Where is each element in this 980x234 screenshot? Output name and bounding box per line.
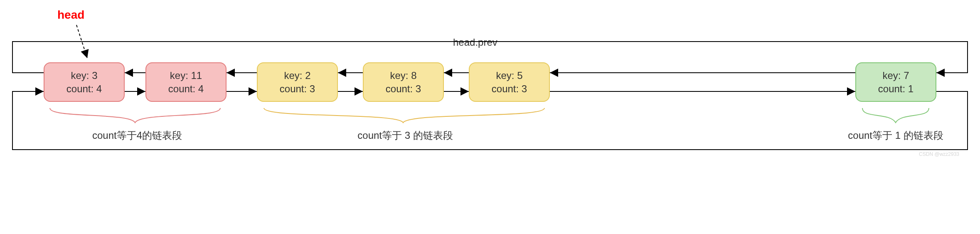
list-node: key: 8 count: 3	[363, 62, 444, 102]
node-key: key: 11	[170, 69, 202, 82]
head-arrow	[76, 25, 87, 58]
diagram-canvas: head head.prev key: 3 count: 4 key: 11 c…	[4, 8, 976, 226]
head-prev-label: head.prev	[453, 37, 497, 48]
watermark: CSDN @wzz2933	[919, 151, 959, 157]
node-key: key: 8	[390, 69, 416, 82]
node-key: key: 2	[284, 69, 310, 82]
node-key: key: 3	[71, 69, 97, 82]
list-node: key: 3 count: 4	[44, 62, 125, 102]
segment-label: count等于 1 的链表段	[840, 129, 952, 142]
node-key: key: 5	[496, 69, 522, 82]
node-count: count: 4	[66, 82, 102, 95]
segment-label: count等于4的链表段	[83, 129, 191, 142]
list-node: key: 5 count: 3	[469, 62, 550, 102]
list-node: key: 11 count: 4	[145, 62, 227, 102]
node-key: key: 7	[882, 69, 909, 82]
segment-brace	[264, 108, 544, 123]
segment-label: count等于 3 的链表段	[349, 129, 461, 142]
node-count: count: 3	[280, 82, 315, 95]
node-count: count: 3	[386, 82, 421, 95]
list-node: key: 7 count: 1	[855, 62, 936, 102]
node-count: count: 3	[492, 82, 527, 95]
list-node: key: 2 count: 3	[257, 62, 338, 102]
node-count: count: 1	[878, 82, 914, 95]
segment-brace	[862, 108, 929, 123]
head-pointer-label: head	[57, 8, 84, 22]
node-count: count: 4	[168, 82, 204, 95]
segment-brace	[50, 108, 220, 123]
